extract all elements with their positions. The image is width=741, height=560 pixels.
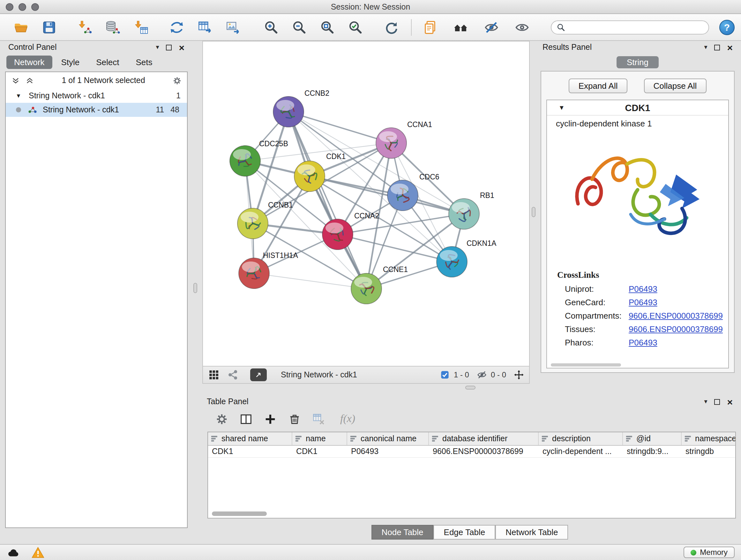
network-node-ccne1[interactable] (351, 273, 382, 304)
gene-header[interactable]: ▼ CDK1 (547, 100, 728, 116)
zoom-in-button[interactable] (262, 17, 281, 37)
table-horizontal-scrollbar[interactable] (212, 511, 267, 516)
results-scrollbar[interactable] (551, 363, 621, 367)
column-header-canonical-name[interactable]: canonical name (347, 432, 429, 445)
crosslink-value-link[interactable]: 9606.ENSP00000378699 (629, 311, 723, 320)
search-box[interactable] (551, 20, 709, 34)
panel-float-icon[interactable] (166, 44, 172, 50)
grid-view-icon[interactable] (208, 369, 219, 381)
columns-icon[interactable] (239, 412, 253, 426)
right-splitter-handle[interactable] (532, 207, 536, 217)
crosslink-label: GeneCard: (565, 298, 629, 307)
node-label: CDK1 (326, 152, 346, 161)
tab-select[interactable]: Select (88, 56, 127, 69)
import-network-file-button[interactable] (75, 17, 94, 37)
tab-string[interactable]: String (616, 56, 659, 68)
network-node-rb1[interactable] (449, 199, 479, 229)
collapse-all-button[interactable]: Collapse All (644, 78, 706, 93)
panel-float-icon[interactable] (714, 44, 720, 50)
panel-float-icon[interactable] (714, 399, 720, 405)
left-splitter-handle[interactable] (193, 283, 197, 293)
tab-edge-table[interactable]: Edge Table (434, 525, 495, 540)
tab-style[interactable]: Style (53, 56, 87, 69)
network-overview-button[interactable] (451, 17, 470, 37)
panel-close-icon[interactable]: × (179, 43, 185, 52)
column-header-namespace[interactable]: namespace (682, 432, 736, 445)
import-network-database-button[interactable] (104, 17, 123, 37)
zoom-out-button[interactable] (290, 17, 309, 37)
network-row[interactable]: String Network - cdk1 11 48 (6, 103, 187, 117)
add-column-icon[interactable] (264, 412, 277, 426)
help-button[interactable]: ? (719, 19, 735, 35)
refresh-layout-button[interactable] (382, 17, 401, 37)
zoom-out-icon (292, 19, 307, 35)
search-input[interactable] (569, 22, 703, 32)
panel-close-icon[interactable]: × (727, 397, 733, 407)
network-edge (288, 112, 391, 143)
network-node-ccnb1[interactable] (238, 208, 268, 239)
detach-view-button[interactable] (250, 368, 267, 381)
tree-expand-icon[interactable]: ▼ (13, 92, 23, 99)
move-crosshair-icon[interactable] (514, 370, 524, 380)
zoom-fit-button[interactable] (318, 17, 337, 37)
column-header--id[interactable]: @id (623, 432, 682, 445)
tab-network-table[interactable]: Network Table (495, 525, 568, 540)
selected-checkbox-icon[interactable] (440, 370, 450, 380)
export-image-button[interactable] (223, 17, 243, 37)
import-table-file-button[interactable] (131, 17, 151, 37)
bottom-splitter-handle[interactable] (465, 386, 475, 389)
column-header-description[interactable]: description (539, 432, 623, 445)
network-node-cdk1[interactable] (294, 161, 325, 192)
column-header-name[interactable]: name (292, 432, 347, 445)
collapse-all-icon[interactable] (25, 76, 35, 85)
network-node-ccnb2[interactable] (273, 97, 304, 127)
column-header-database-identifier[interactable]: database identifier (429, 432, 539, 445)
panel-menu-icon[interactable]: ▾ (704, 398, 707, 405)
network-node-ccna1[interactable] (376, 128, 407, 159)
network-node-ccna2[interactable] (322, 219, 353, 250)
crosslink-value-link[interactable]: 9606.ENSP00000378699 (629, 324, 723, 334)
memory-button[interactable]: Memory (683, 547, 735, 558)
gear-icon[interactable] (172, 76, 182, 85)
network-node-cdkn1a[interactable] (436, 246, 467, 277)
network-collection-count: 1 (176, 91, 181, 100)
table-toolbar: f(x) (202, 409, 737, 429)
network-collection-row[interactable]: ▼ String Network - cdk1 1 (6, 89, 187, 103)
cloud-icon[interactable] (6, 546, 20, 559)
network-arrows-button[interactable] (167, 17, 186, 37)
tab-network[interactable]: Network (6, 56, 52, 69)
panel-menu-icon[interactable]: ▾ (156, 44, 159, 51)
network-node-cdc6[interactable] (387, 180, 418, 211)
panel-close-icon[interactable]: × (727, 43, 733, 52)
delete-column-icon[interactable] (288, 412, 301, 426)
network-view-canvas[interactable]: CCNB2CCNA1CDC25BCDK1CDC6RB1CCNB1CCNA2CDK… (202, 41, 530, 367)
window-titlebar[interactable]: Session: New Session (0, 0, 741, 14)
column-header-shared-name[interactable]: shared name (208, 432, 292, 445)
expand-all-button[interactable]: Expand All (569, 78, 627, 93)
show-graphics-button[interactable] (513, 17, 532, 37)
zoom-selected-button[interactable] (346, 17, 365, 37)
control-panel-tabs: NetworkStyleSelectSets (6, 56, 189, 69)
hide-selected-button[interactable] (482, 17, 501, 37)
save-session-button[interactable] (40, 17, 59, 37)
gear-icon[interactable] (215, 412, 228, 426)
tab-sets[interactable]: Sets (128, 56, 160, 69)
warning-icon[interactable] (31, 546, 45, 559)
expand-all-icon[interactable] (11, 76, 20, 85)
table-row[interactable]: CDK1CDK1P064939606.ENSP00000378699cyclin… (208, 446, 735, 458)
crosslink-value-link[interactable]: P06493 (629, 298, 657, 307)
zoom-in-icon (264, 19, 279, 35)
hidden-eye-slash-icon[interactable] (477, 370, 487, 380)
panel-menu-icon[interactable]: ▾ (704, 44, 707, 51)
network-node-hist1h1a[interactable] (239, 258, 269, 289)
collapse-gene-icon[interactable]: ▼ (558, 104, 565, 111)
tab-node-table[interactable]: Node Table (371, 525, 433, 540)
network-share-icon[interactable] (227, 369, 239, 381)
copy-document-button[interactable] (421, 17, 440, 37)
gene-description: cyclin-dependent kinase 1 (547, 116, 728, 130)
network-node-cdc25b[interactable] (230, 145, 260, 176)
crosslink-value-link[interactable]: P06493 (629, 338, 657, 348)
open-session-button[interactable] (11, 17, 30, 37)
crosslink-value-link[interactable]: P06493 (629, 284, 657, 294)
export-table-button[interactable] (195, 17, 214, 37)
